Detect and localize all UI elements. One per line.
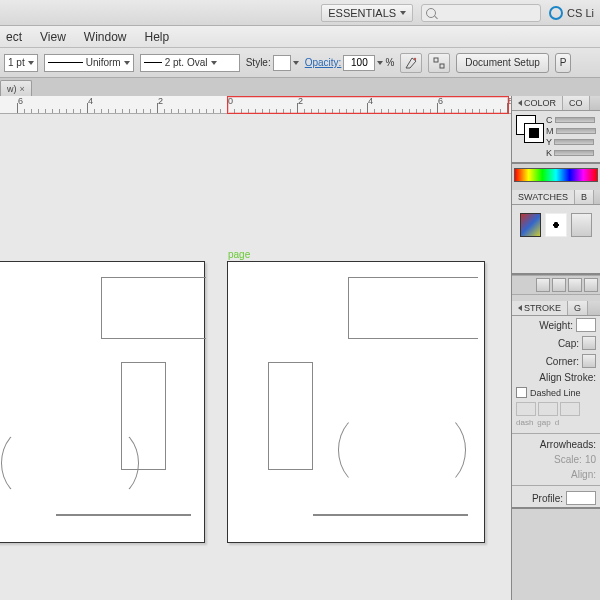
- tab-gradient[interactable]: G: [568, 301, 588, 315]
- gap-label: gap: [537, 418, 550, 427]
- cs-live-button[interactable]: CS Li: [549, 6, 594, 20]
- new-swatch-icon[interactable]: [568, 278, 582, 292]
- shape-rect[interactable]: [348, 277, 478, 339]
- document-tab-title: w): [7, 84, 17, 94]
- shape-rect[interactable]: [268, 362, 313, 470]
- menu-view[interactable]: View: [40, 30, 66, 44]
- stroke-preview-icon: [48, 62, 83, 63]
- chevron-down-icon[interactable]: [377, 61, 383, 65]
- label-y: Y: [546, 137, 552, 147]
- shape-arc-right[interactable]: [79, 427, 139, 499]
- color-spectrum[interactable]: [514, 168, 598, 182]
- shape-line[interactable]: [56, 514, 191, 516]
- document-setup-button[interactable]: Document Setup: [456, 53, 549, 73]
- artboard-2[interactable]: page: [227, 261, 485, 543]
- tab-swatches[interactable]: SWATCHES: [512, 190, 575, 204]
- menu-effect[interactable]: ect: [6, 30, 22, 44]
- cs-live-label: CS Li: [567, 7, 594, 19]
- scale-label: Scale:: [554, 454, 582, 465]
- style-swatch-dropdown[interactable]: [273, 55, 291, 71]
- preferences-button[interactable]: P: [555, 53, 572, 73]
- menu-window[interactable]: Window: [84, 30, 127, 44]
- dash-gap-fields: [512, 400, 600, 418]
- label-m: M: [546, 126, 554, 136]
- swatch-item[interactable]: [520, 213, 541, 237]
- shape-rect[interactable]: [101, 277, 206, 339]
- stroke-weight-dropdown[interactable]: 1 pt: [4, 54, 38, 72]
- artboard-1[interactable]: [0, 261, 205, 543]
- workspace-switcher[interactable]: ESSENTIALS: [321, 4, 413, 22]
- slider-m[interactable]: [556, 128, 596, 134]
- swatch-library-icon[interactable]: [536, 278, 550, 292]
- chevron-down-icon: [28, 61, 34, 65]
- svg-point-0: [414, 57, 416, 59]
- slider-k[interactable]: [554, 150, 594, 156]
- brush-value: 2 pt. Oval: [165, 57, 208, 68]
- cs-live-icon: [549, 6, 563, 20]
- stroke-panel-tabs: STROKE G: [512, 301, 600, 316]
- recolor-artwork-icon[interactable]: [400, 53, 422, 73]
- close-icon[interactable]: ×: [20, 84, 25, 94]
- tab-stroke[interactable]: STROKE: [512, 301, 568, 315]
- slider-y[interactable]: [554, 139, 594, 145]
- tab-color[interactable]: COLOR: [512, 96, 563, 110]
- workspace-label: ESSENTIALS: [328, 7, 396, 19]
- weight-input[interactable]: [576, 318, 596, 332]
- opacity-input[interactable]: [343, 55, 375, 71]
- label-c: C: [546, 115, 553, 125]
- cmyk-sliders: C M Y K: [546, 115, 596, 158]
- swatch-options-icon[interactable]: [552, 278, 566, 292]
- artboard-pasteboard[interactable]: page: [0, 114, 511, 600]
- stroke-swatch[interactable]: [524, 123, 544, 143]
- gap-input[interactable]: [538, 402, 558, 416]
- canvas-area[interactable]: 64202468 page: [0, 96, 511, 600]
- search-input[interactable]: [421, 4, 541, 22]
- opacity-label[interactable]: Opacity:: [305, 57, 342, 68]
- corner-options[interactable]: [582, 354, 596, 368]
- stroke-panel: Weight: Cap: Corner: Align Stroke: Dashe…: [512, 316, 600, 509]
- stroke-style-dropdown[interactable]: Uniform: [44, 54, 134, 72]
- brush-preview-icon: [144, 62, 162, 63]
- align-label: Align:: [571, 469, 596, 480]
- shape-arc-right[interactable]: [402, 412, 466, 488]
- document-tab[interactable]: w) ×: [0, 80, 32, 96]
- swatch-item[interactable]: [571, 213, 592, 237]
- menu-bar: ect View Window Help: [0, 26, 600, 48]
- collapse-icon: [518, 305, 522, 311]
- dash-label: d: [555, 418, 559, 427]
- shape-arc-left[interactable]: [1, 427, 61, 499]
- opacity-field: Opacity: %: [305, 55, 395, 71]
- control-bar: 1 pt Uniform 2 pt. Oval Style: Opacity: …: [0, 48, 600, 78]
- document-setup-label: Document Setup: [465, 57, 540, 68]
- shape-arc-left[interactable]: [338, 412, 402, 488]
- delete-swatch-icon[interactable]: [584, 278, 598, 292]
- svg-rect-1: [434, 58, 438, 62]
- dashed-line-checkbox[interactable]: [516, 387, 527, 398]
- slider-c[interactable]: [555, 117, 595, 123]
- collapse-icon: [518, 100, 522, 106]
- menu-help[interactable]: Help: [145, 30, 170, 44]
- shape-line[interactable]: [313, 514, 468, 516]
- profile-label: Profile:: [532, 493, 563, 504]
- document-tab-bar: w) ×: [0, 78, 600, 96]
- tab-color-guide[interactable]: CO: [563, 96, 590, 110]
- profile-dropdown[interactable]: [566, 491, 596, 505]
- swatches-panel: [512, 205, 600, 275]
- tab-color-label: COLOR: [524, 98, 556, 108]
- artboard-label: page: [228, 249, 250, 260]
- color-panel: C M Y K: [512, 111, 600, 164]
- cap-options[interactable]: [582, 336, 596, 350]
- search-icon: [426, 8, 436, 18]
- tab-stroke-label: STROKE: [524, 303, 561, 313]
- cap-label: Cap:: [558, 338, 579, 349]
- dash-input[interactable]: [516, 402, 536, 416]
- tab-brushes[interactable]: B: [575, 190, 594, 204]
- select-similar-icon[interactable]: [428, 53, 450, 73]
- dashed-line-row: Dashed Line: [512, 385, 600, 400]
- dash-input[interactable]: [560, 402, 580, 416]
- horizontal-ruler[interactable]: 64202468: [0, 96, 511, 114]
- fill-stroke-selector[interactable]: [516, 115, 544, 143]
- style-label: Style:: [246, 57, 271, 68]
- brush-dropdown[interactable]: 2 pt. Oval: [140, 54, 240, 72]
- swatch-item[interactable]: [545, 213, 566, 237]
